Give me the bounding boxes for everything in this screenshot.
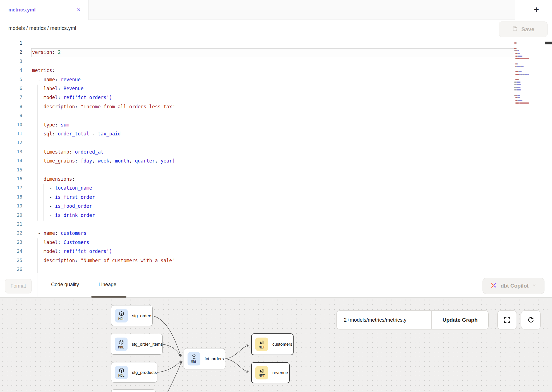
- code-line[interactable]: 3: [0, 58, 552, 67]
- lineage-canvas[interactable]: MDLstg_ordersMDLstg_order_itemsMDLstg_pr…: [0, 298, 552, 392]
- dbt-ide-window: metrics.yml ✕ + models / metrics / metri…: [0, 0, 552, 392]
- code-line[interactable]: 26: [0, 266, 552, 273]
- minimap-line: [514, 48, 516, 49]
- code-line[interactable]: 4metrics:: [0, 66, 552, 76]
- line-number: 26: [0, 267, 22, 272]
- cube-icon: [191, 354, 197, 360]
- code-line[interactable]: 15: [0, 166, 552, 175]
- code-text: - is_food_order: [32, 203, 92, 209]
- code-line[interactable]: 14 time_grains: [day, week, month, quart…: [0, 157, 552, 166]
- lineage-node-stg_products[interactable]: MDLstg_products: [111, 362, 157, 383]
- code-line[interactable]: 18 - is_first_order: [0, 193, 552, 202]
- panel-divider: [37, 273, 37, 298]
- line-number: 21: [0, 221, 22, 227]
- new-tab-button[interactable]: +: [530, 3, 543, 16]
- code-line[interactable]: 21: [0, 220, 552, 230]
- lineage-node-customers[interactable]: METcustomers: [251, 333, 294, 355]
- minimap-line: [514, 82, 517, 83]
- chevron-down-icon: [532, 283, 537, 289]
- update-graph-button[interactable]: Update Graph: [432, 311, 488, 329]
- minimap-line: [525, 74, 527, 75]
- code-line[interactable]: 23 label: Customers: [0, 238, 552, 248]
- scrollbar-thumb[interactable]: [545, 42, 552, 44]
- minimap-line: [514, 87, 517, 88]
- code-line[interactable]: 17 - location_name: [0, 184, 552, 193]
- breadcrumb-row: models / metrics / metrics.yml Save: [0, 20, 552, 38]
- code-line[interactable]: 20 - is_drink_order: [0, 211, 552, 221]
- tab-lineage[interactable]: Lineage: [99, 282, 116, 288]
- dbt-copilot-button[interactable]: dbt Copilot: [483, 278, 544, 294]
- line-number: 23: [0, 240, 22, 245]
- line-number: 12: [0, 140, 22, 145]
- code-editor[interactable]: 12version: 234metrics:5 - name: revenue6…: [0, 38, 552, 273]
- indent-guide: [32, 139, 32, 148]
- code-line[interactable]: 6 label: Revenue: [0, 85, 552, 94]
- close-icon[interactable]: ✕: [77, 8, 81, 12]
- code-line[interactable]: 9: [0, 112, 552, 121]
- lineage-node-stg_order_items[interactable]: MDLstg_order_items: [111, 334, 163, 355]
- minimap-line: [518, 97, 520, 98]
- tab-code-quality[interactable]: Code quality: [51, 282, 79, 288]
- line-number: 17: [0, 185, 22, 190]
- cube-icon: [119, 311, 124, 317]
- refresh-button[interactable]: [521, 310, 541, 329]
- format-button[interactable]: Format: [5, 279, 32, 293]
- minimap-line: [517, 95, 520, 96]
- minimap-line: [517, 82, 520, 83]
- code-line[interactable]: 22 - name: customers: [0, 229, 552, 238]
- breadcrumb: models / metrics / metrics.yml: [8, 25, 76, 31]
- fullscreen-button[interactable]: [497, 310, 517, 329]
- line-number: 14: [0, 158, 22, 163]
- graph-toolbar: Update Graph: [336, 310, 489, 329]
- indent-guide: [32, 220, 32, 230]
- minimap-line: [514, 89, 517, 90]
- save-button[interactable]: Save: [499, 21, 548, 37]
- code-line[interactable]: 1: [0, 39, 552, 49]
- lineage-node-stg_orders[interactable]: MDLstg_orders: [111, 305, 153, 326]
- tab-metrics-yml[interactable]: metrics.yml ✕: [0, 0, 89, 20]
- lineage-node-fct_orders[interactable]: MDLfct_orders: [184, 348, 225, 369]
- line-number: 10: [0, 122, 22, 127]
- line-number: 1: [0, 40, 22, 46]
- minimap-line: [519, 79, 519, 80]
- code-line[interactable]: 16 dimensions:: [0, 175, 552, 184]
- edge-partial_node-to-fct_orders: [167, 362, 181, 392]
- code-line[interactable]: 2version: 2: [0, 48, 552, 58]
- minimap-line: [516, 48, 517, 49]
- code-line[interactable]: 13 timestamp: ordered_at: [0, 148, 552, 157]
- edge-fct_orders-to-customers: [225, 345, 249, 359]
- badge-label: MDL: [118, 317, 124, 321]
- minimap-line: [518, 100, 523, 101]
- save-icon: [512, 26, 518, 33]
- code-line[interactable]: 10 type: sum: [0, 121, 552, 130]
- code-line[interactable]: 25 description: "Number of customers wit…: [0, 257, 552, 266]
- minimap-line: [519, 102, 529, 104]
- line-number: 22: [0, 230, 22, 236]
- refresh-icon: [527, 316, 535, 324]
- line-number: 4: [0, 68, 22, 73]
- lineage-filter-input[interactable]: [337, 311, 431, 329]
- code-line[interactable]: 11 sql: order_total - tax_paid: [0, 130, 552, 139]
- code-text: description: "Income from all orders les…: [32, 104, 175, 109]
- code-text: label: Revenue: [32, 86, 83, 91]
- metric-badge: MET: [255, 366, 268, 379]
- model-badge: MDL: [115, 309, 128, 322]
- code-line[interactable]: 5 - name: revenue: [0, 76, 552, 85]
- code-line[interactable]: 12: [0, 139, 552, 148]
- minimap-line: [517, 50, 519, 51]
- line-number: 20: [0, 212, 22, 218]
- line-number: 25: [0, 258, 22, 263]
- model-badge: MDL: [188, 352, 200, 365]
- line-number: 2: [0, 49, 22, 55]
- code-line[interactable]: 7 model: ref('fct_orders'): [0, 94, 552, 103]
- code-text: - is_drink_order: [32, 212, 95, 218]
- code-line[interactable]: 24 model: ref('fct_orders'): [0, 247, 552, 257]
- minimap-line: [517, 63, 518, 64]
- dbt-copilot-label: dbt Copilot: [501, 283, 529, 289]
- cube-icon: [119, 367, 124, 373]
- minimap[interactable]: [514, 40, 544, 113]
- lineage-node-revenue[interactable]: METrevenue: [251, 362, 290, 383]
- code-line[interactable]: 8 description: "Income from all orders l…: [0, 103, 552, 112]
- code-line[interactable]: 19 - is_food_order: [0, 202, 552, 211]
- line-number: 24: [0, 248, 22, 254]
